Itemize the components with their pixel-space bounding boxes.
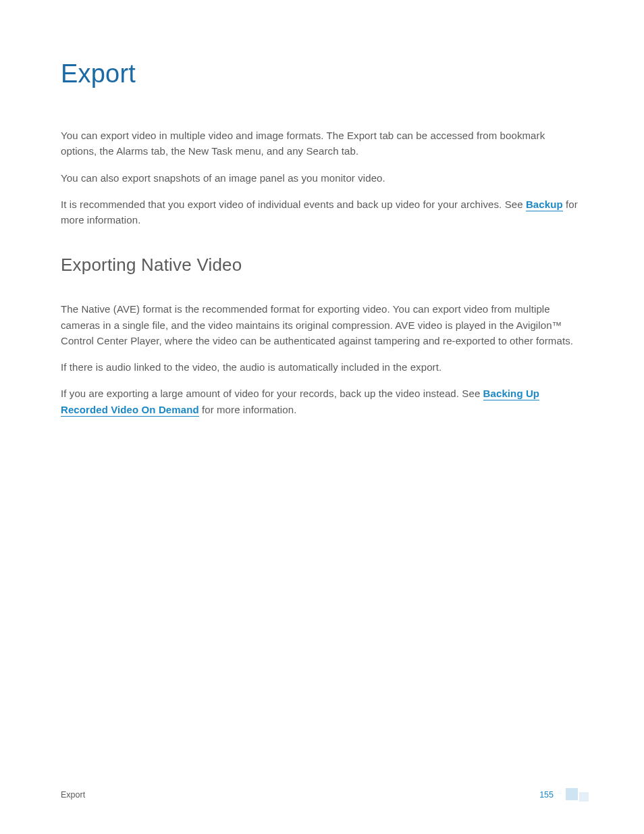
page-content: Export You can export video in multiple … xyxy=(0,0,644,417)
intro-paragraph-3: It is recommended that you export video … xyxy=(61,197,583,228)
footer-section-label: Export xyxy=(61,790,85,800)
intro-paragraph-2: You can also export snapshots of an imag… xyxy=(61,170,583,186)
section-title-exporting-native: Exporting Native Video xyxy=(61,255,583,276)
intro-p3-text-before: It is recommended that you export video … xyxy=(61,199,526,210)
section1-p3-text-before: If you are exporting a large amount of v… xyxy=(61,388,483,399)
intro-paragraph-1: You can export video in multiple video a… xyxy=(61,128,583,159)
section1-paragraph-3: If you are exporting a large amount of v… xyxy=(61,386,583,417)
footer-decoration-icon xyxy=(566,788,590,802)
backup-link[interactable]: Backup xyxy=(526,199,563,211)
section1-paragraph-1: The Native (AVE) format is the recommend… xyxy=(61,301,583,348)
footer-right: 155 xyxy=(539,788,590,802)
section1-paragraph-2: If there is audio linked to the video, t… xyxy=(61,359,583,375)
page-footer: Export 155 xyxy=(0,788,644,802)
page-number: 155 xyxy=(539,790,554,800)
page-title: Export xyxy=(61,59,583,88)
section1-p3-text-after: for more information. xyxy=(199,404,297,415)
